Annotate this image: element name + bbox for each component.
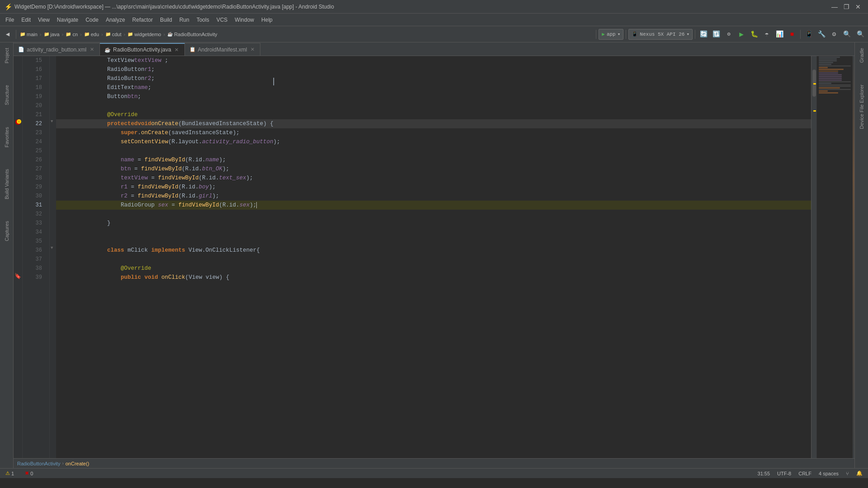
bc-method[interactable]: onCreate() bbox=[66, 461, 90, 466]
sdk-button[interactable]: 🔧 bbox=[816, 28, 827, 40]
code-line-17: RadioButton r2; bbox=[56, 74, 811, 83]
menu-help[interactable]: Help bbox=[258, 15, 276, 25]
sidebar-favorites[interactable]: Favorites bbox=[1, 123, 12, 151]
tab-manifest[interactable]: 📋 AndroidManifest.xml ✕ bbox=[185, 43, 261, 56]
status-encoding[interactable]: UTF-8 bbox=[775, 469, 793, 477]
minimize-button[interactable]: — bbox=[829, 1, 840, 12]
tab-xml[interactable]: 📄 activity_radio_button.xml ✕ bbox=[14, 43, 100, 56]
status-right: 31:55 UTF-8 CRLF 4 spaces ⑂ 🔔 bbox=[756, 469, 864, 477]
tab-java[interactable]: ☕ RadioButtonActivity.java ✕ bbox=[100, 43, 185, 56]
breadcrumb-file[interactable]: ☕ RadioButtonActivity bbox=[166, 31, 218, 38]
code-line-24: setContentView(R.layout.activity_radio_b… bbox=[56, 137, 811, 146]
breadcrumb-java[interactable]: 📁 java bbox=[42, 31, 61, 38]
breadcrumb-cn[interactable]: 📁 cn bbox=[64, 31, 79, 38]
build-button[interactable]: ⚙ bbox=[723, 28, 735, 40]
status-indent[interactable]: 4 spaces bbox=[817, 469, 840, 477]
minimap-line-17 bbox=[819, 84, 851, 85]
profile-button[interactable]: 📊 bbox=[774, 28, 785, 40]
menu-vcs[interactable]: VCS bbox=[213, 15, 231, 25]
fold-22[interactable]: ▼ bbox=[51, 119, 53, 124]
fold-indicators: ▼ ▼ bbox=[50, 56, 56, 458]
status-notifications[interactable]: 🔔 bbox=[854, 469, 864, 477]
toolbar: ◀ 📁 main › 📁 java › 📁 cn › 📁 edu › 📁 cdu… bbox=[0, 26, 868, 42]
device-dropdown[interactable]: 📱 Nexus 5X API 26 ▾ bbox=[628, 29, 693, 40]
warning-stripe-2 bbox=[813, 110, 816, 112]
status-position[interactable]: 31:55 bbox=[756, 469, 772, 477]
code-line-30: r2 = findViewById(R.id.girl); bbox=[56, 192, 811, 201]
menu-build[interactable]: Build bbox=[156, 15, 176, 25]
folder-icon-java: 📁 bbox=[44, 32, 49, 37]
bc-sep: › bbox=[62, 461, 63, 466]
ln-17: 17 bbox=[23, 74, 46, 83]
sidebar-build-variants[interactable]: Build Variants bbox=[1, 165, 12, 203]
status-warnings[interactable]: ⚠ 1 bbox=[4, 469, 16, 477]
status-git[interactable]: ⑂ bbox=[844, 469, 851, 477]
status-line-sep[interactable]: CRLF bbox=[797, 469, 813, 477]
left-sidebar: Project Structure Favorites Build Varian… bbox=[0, 42, 14, 468]
code-editor[interactable]: TextView textView ; RadioButton r1; Radi… bbox=[56, 56, 811, 458]
sidebar-captures[interactable]: Captures bbox=[1, 217, 12, 245]
tab-manifest-label: AndroidManifest.xml bbox=[198, 47, 247, 53]
ln-22: 22 bbox=[23, 119, 46, 128]
breadcrumb-widgetdemo[interactable]: 📁 widgetdemo bbox=[126, 31, 162, 38]
search-everywhere-button[interactable]: 🔍 bbox=[854, 28, 866, 40]
minimap-line-12 bbox=[819, 76, 842, 77]
avd-button[interactable]: 📱 bbox=[803, 28, 815, 40]
menu-view[interactable]: View bbox=[34, 15, 53, 25]
sidebar-structure[interactable]: Structure bbox=[1, 81, 12, 109]
breadcrumb-cdut[interactable]: 📁 cdut bbox=[104, 31, 123, 38]
tab-java-close[interactable]: ✕ bbox=[174, 47, 180, 53]
java-icon: ☕ bbox=[104, 47, 111, 53]
ln-37: 37 bbox=[23, 255, 46, 264]
fold-36[interactable]: ▼ bbox=[51, 246, 53, 250]
menu-window[interactable]: Window bbox=[231, 15, 258, 25]
tab-xml-close[interactable]: ✕ bbox=[89, 47, 95, 53]
device-label: Nexus 5X API 26 bbox=[640, 32, 684, 37]
run-config-label: app bbox=[607, 32, 616, 37]
ln-18: 18 bbox=[23, 83, 46, 92]
menu-navigate[interactable]: Navigate bbox=[53, 15, 82, 25]
sidebar-device-explorer[interactable]: Device File Explorer bbox=[856, 81, 867, 132]
menu-refactor[interactable]: Refactor bbox=[129, 15, 156, 25]
restore-button[interactable]: ❐ bbox=[841, 1, 852, 12]
encoding-label: UTF-8 bbox=[777, 471, 791, 476]
coverage-button[interactable]: ☂ bbox=[761, 28, 773, 40]
ln-36: 36 bbox=[23, 246, 46, 255]
sidebar-project[interactable]: Project bbox=[1, 44, 12, 67]
menu-code[interactable]: Code bbox=[82, 15, 102, 25]
breadcrumb-edu[interactable]: 📁 edu bbox=[83, 31, 100, 38]
run-button[interactable]: ▶ bbox=[736, 28, 747, 40]
run-config-dropdown[interactable]: ▶ app ▾ bbox=[599, 29, 623, 40]
folder-icon-widgetdemo: 📁 bbox=[127, 32, 133, 37]
ln-20: 20 bbox=[23, 101, 46, 110]
menu-analyze[interactable]: Analyze bbox=[102, 15, 129, 25]
minimap-line-7 bbox=[819, 67, 828, 68]
help-search-button[interactable]: 🔍 bbox=[841, 28, 853, 40]
bc-class[interactable]: RadioButtonActivity bbox=[17, 461, 60, 466]
menu-file[interactable]: File bbox=[2, 15, 18, 25]
code-line-27: btn = findViewById(R.id.btn_OK); bbox=[56, 164, 811, 174]
right-sidebar: Gradle Device File Explorer bbox=[854, 42, 868, 468]
debug-button[interactable]: 🐛 bbox=[748, 28, 760, 40]
menu-run[interactable]: Run bbox=[176, 15, 193, 25]
minimap[interactable] bbox=[816, 56, 853, 458]
stop-button[interactable]: ■ bbox=[786, 28, 798, 40]
breadcrumb-main[interactable]: 📁 main bbox=[19, 31, 39, 38]
ln-15: 15 bbox=[23, 56, 46, 65]
folder-icon-edu: 📁 bbox=[84, 32, 90, 37]
sync2-button[interactable]: 🔃 bbox=[710, 28, 722, 40]
status-errors[interactable]: ✖ 0 bbox=[23, 469, 35, 477]
minimap-line-13 bbox=[819, 78, 842, 79]
settings-button[interactable]: ⚙ bbox=[828, 28, 840, 40]
close-button[interactable]: ✕ bbox=[853, 1, 863, 12]
back-button[interactable]: ◀ bbox=[2, 28, 14, 40]
sync-button[interactable]: 🔄 bbox=[698, 28, 709, 40]
menu-edit[interactable]: Edit bbox=[18, 15, 34, 25]
menu-tools[interactable]: Tools bbox=[193, 15, 213, 25]
code-line-28: textView = findViewById(R.id.text_sex); bbox=[56, 174, 811, 183]
editor-content: ● ! 🔖 15 16 17 18 19 20 21 22 23 24 2 bbox=[14, 56, 854, 458]
tab-manifest-close[interactable]: ✕ bbox=[249, 47, 255, 53]
vertical-scrollbar[interactable] bbox=[811, 56, 816, 458]
sidebar-gradle[interactable]: Gradle bbox=[856, 44, 867, 66]
ln-39: 39 bbox=[23, 273, 46, 282]
